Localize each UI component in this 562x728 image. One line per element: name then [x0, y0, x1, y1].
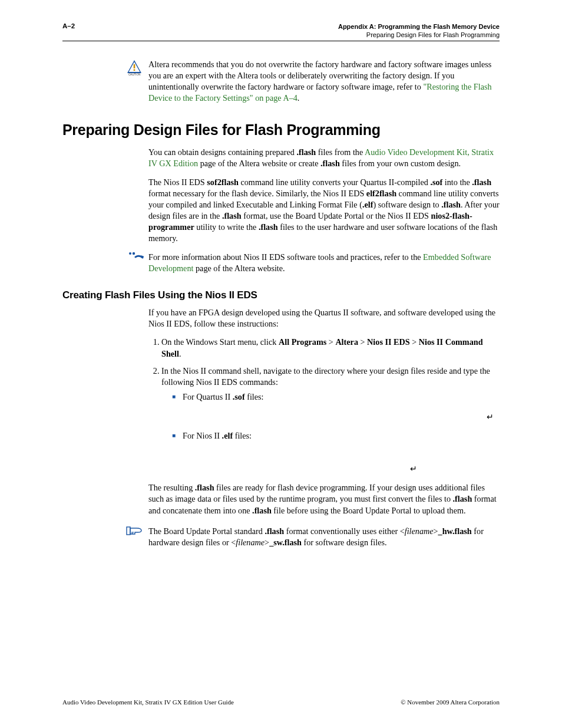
caution-icon: CAUTION — [126, 59, 143, 75]
footer-right: © November 2009 Altera Corporation — [401, 699, 500, 706]
subsection-intro: If you have an FPGA design developed usi… — [148, 307, 500, 330]
step-1: On the Windows Start menu, click All Pro… — [161, 337, 500, 359]
svg-rect-3 — [134, 69, 135, 71]
bullet-elf: For Nios II .elf files: — [172, 430, 500, 442]
info-icon — [128, 252, 144, 262]
bullet-list-2: For Nios II .elf files: — [161, 430, 500, 442]
section-p2: The Nios II EDS sof2flash command line u… — [148, 177, 500, 245]
svg-point-5 — [129, 252, 131, 255]
page-header: A–2 Appendix A: Programming the Flash Me… — [62, 22, 500, 41]
page-footer: Audio Video Development Kit, Stratix IV … — [62, 699, 500, 706]
svg-rect-2 — [134, 64, 135, 68]
info-text: For more information about Nios II EDS s… — [148, 252, 500, 274]
bullet-sof: For Quartus II .sof files: — [172, 391, 500, 403]
svg-point-6 — [133, 252, 135, 254]
subsection-heading: Creating Flash Files Using the Nios II E… — [62, 289, 500, 301]
note-block: The Board Update Portal standard .flash … — [62, 526, 500, 548]
bullet-list: For Quartus II .sof files: — [161, 391, 500, 403]
header-title: Appendix A: Programming the Flash Memory… — [338, 22, 500, 39]
section-p1: You can obtain designs containing prepar… — [148, 147, 500, 169]
caution-block: CAUTION Altera recommends that you do no… — [62, 59, 500, 104]
return-symbol-1: ↵ — [161, 412, 494, 423]
footer-left: Audio Video Development Kit, Stratix IV … — [62, 699, 234, 706]
svg-text:CAUTION: CAUTION — [128, 73, 140, 75]
section-heading: Preparing Design Files for Flash Program… — [62, 121, 500, 139]
note-text: The Board Update Portal standard .flash … — [148, 526, 500, 548]
header-line1: Appendix A: Programming the Flash Memory… — [338, 22, 500, 31]
caution-text: Altera recommends that you do not overwr… — [148, 59, 500, 104]
hand-point-icon — [126, 526, 144, 539]
step-2: In the Nios II command shell, navigate t… — [161, 365, 500, 475]
info-block: For more information about Nios II EDS s… — [62, 252, 500, 274]
result-text: The resulting .flash files are ready for… — [148, 482, 500, 516]
steps-list: On the Windows Start menu, click All Pro… — [148, 337, 500, 475]
header-line2: Preparing Design Files for Flash Program… — [338, 31, 500, 39]
page-number: A–2 — [62, 22, 75, 29]
return-symbol-2: ↵ — [161, 464, 417, 475]
svg-rect-8 — [127, 527, 130, 535]
